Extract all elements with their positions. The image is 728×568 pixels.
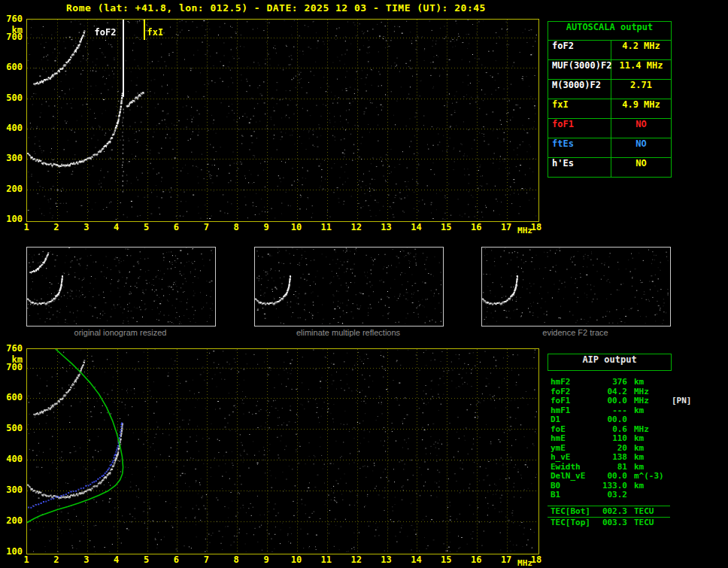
x-tick-label: 13 — [378, 222, 396, 232]
autoscala-row: h'EsNO — [548, 158, 671, 177]
y-axis-unit-label: km — [0, 25, 23, 35]
aip-label: foF2 — [548, 387, 597, 396]
aip-unit: MHz — [627, 396, 669, 405]
autoscala-row-value: NO — [611, 158, 671, 177]
aip-label: DelN_vE — [548, 471, 597, 481]
aip-note — [669, 452, 672, 462]
aip-label: D1 — [548, 415, 597, 424]
thumbnail-caption-original: original ionogram resized — [26, 328, 215, 337]
autoscala-row-label: fxI — [548, 99, 611, 118]
aip-output-table: hmF2376kmfoF204.2MHzfoF100.0MHz[PN]hmF1-… — [548, 377, 713, 500]
aip-unit: MHz — [627, 387, 669, 396]
autoscala-table-header: AUTOSCALA output — [548, 22, 671, 41]
autoscala-row-label: M(3000)F2 — [548, 80, 611, 99]
aip-row: ymE20km — [548, 443, 713, 453]
aip-unit — [627, 415, 669, 424]
aip-value: 003.3 — [597, 518, 627, 528]
aip-unit: km — [627, 452, 669, 462]
aip-unit: km — [627, 377, 669, 387]
aip-label: B1 — [548, 490, 597, 500]
aip-row: foF100.0MHz[PN] — [548, 396, 713, 405]
aip-unit: MHz — [627, 424, 669, 434]
autoscala-row-value: 4.9 MHz — [611, 99, 671, 118]
y-tick-label: 100 — [0, 214, 23, 224]
aip-value: 133.0 — [597, 481, 627, 491]
aip-label: h_vE — [548, 452, 597, 462]
aip-tec-row: TEC[Bot]002.3TECU — [548, 506, 670, 517]
aip-label: foF1 — [548, 396, 597, 405]
autoscala-row: ftEsNO — [548, 138, 671, 158]
x-tick-label: 9 — [257, 222, 275, 232]
x-tick-label: 17 — [497, 222, 515, 232]
aip-note — [669, 377, 672, 387]
x-tick-label: 8 — [227, 554, 245, 565]
aip-note — [669, 471, 672, 481]
y-tick-label: 200 — [0, 515, 23, 526]
autoscala-output-table: AUTOSCALA output foF24.2 MHzMUF(3000)F21… — [548, 21, 672, 178]
aip-unit: km — [627, 405, 669, 415]
y-tick-label: 200 — [0, 184, 23, 194]
aip-output-header: AIP output — [548, 354, 672, 371]
aip-row: B0133.0km — [548, 481, 713, 491]
y-tick-label: 500 — [0, 93, 23, 103]
aip-row: foE0.6MHz — [548, 424, 713, 434]
y-tick-label: 100 — [0, 546, 23, 557]
aip-row: B103.2 — [548, 490, 713, 500]
aip-row: D100.0 — [548, 415, 713, 424]
y-tick-label: 400 — [0, 123, 23, 133]
aip-unit: TECU — [627, 518, 669, 528]
aip-value: 0.6 — [597, 424, 627, 434]
y-tick-label: 600 — [0, 62, 23, 72]
x-tick-label: 7 — [197, 554, 215, 565]
autoscala-row: foF1NO — [548, 119, 671, 138]
x-tick-label: 8 — [227, 222, 245, 232]
x-tick-label: 6 — [167, 222, 185, 232]
thumbnail-caption-f2: evidence F2 trace — [481, 328, 670, 337]
autoscala-row: fxI4.9 MHz — [548, 99, 671, 119]
aip-tec-rows: TEC[Bot]002.3TECUTEC[Top]003.3TECU — [548, 506, 670, 527]
aip-unit: km — [627, 443, 669, 453]
aip-unit: m^(-3) — [627, 471, 669, 481]
aip-value: --- — [597, 405, 627, 415]
x-tick-label: 3 — [77, 222, 96, 232]
y-tick-label: 600 — [0, 392, 23, 402]
autoscala-row-label: ftEs — [548, 138, 611, 157]
aip-value: 20 — [597, 443, 627, 453]
aip-note — [669, 481, 672, 491]
x-tick-label: 16 — [467, 222, 485, 232]
aip-row: hmF2376km — [548, 377, 713, 387]
autoscala-row-value: NO — [611, 119, 671, 138]
x-tick-label: 17 — [497, 554, 515, 565]
aip-note — [669, 424, 672, 434]
autoscala-table-body: foF24.2 MHzMUF(3000)F211.4 MHzM(3000)F22… — [548, 41, 671, 177]
aip-value: 81 — [597, 462, 627, 472]
aip-unit: km — [627, 481, 669, 491]
x-tick-label: 2 — [47, 222, 65, 232]
x-tick-label: 4 — [108, 554, 126, 565]
bottom-ionogram-plot — [26, 348, 539, 554]
aip-row: DelN_vE00.0m^(-3) — [548, 471, 713, 481]
y-tick-label: 400 — [0, 454, 23, 464]
thumbnail-f2-canvas — [482, 248, 669, 324]
aip-label: foE — [548, 424, 597, 434]
x-tick-label: 7 — [197, 222, 215, 232]
x-tick-label: 15 — [437, 554, 455, 565]
aip-note: [PN] — [669, 396, 692, 405]
aip-note — [669, 443, 672, 453]
aip-label: TEC[Bot] — [548, 506, 597, 517]
aip-label: Ewidth — [548, 462, 597, 472]
aip-value: 376 — [597, 377, 627, 387]
aip-unit: TECU — [627, 506, 669, 517]
x-tick-label: 15 — [437, 222, 455, 232]
fxI-marker-label: fxI — [147, 27, 164, 38]
aip-row: h_vE138km — [548, 452, 713, 462]
autoscala-row-label: foF2 — [548, 41, 611, 59]
autoscala-row: foF24.2 MHz — [548, 41, 671, 60]
aip-row: hmF1---km — [548, 405, 713, 415]
x-tick-label: 5 — [138, 222, 156, 232]
aip-row: foF204.2MHz — [548, 387, 713, 396]
autoscala-row-value: 11.4 MHz — [611, 60, 671, 79]
autoscala-row-value: 2.71 — [611, 80, 671, 99]
aip-label: TEC[Top] — [548, 518, 597, 528]
aip-note — [669, 387, 672, 396]
